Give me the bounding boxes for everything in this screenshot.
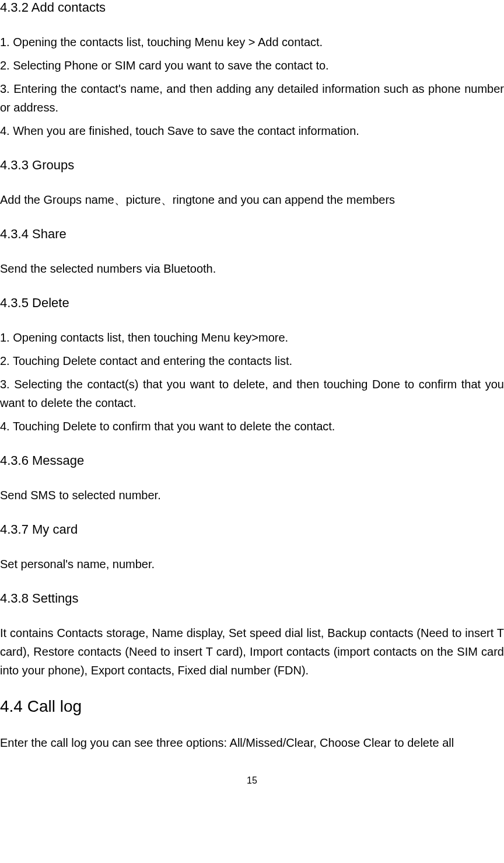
settings-body: It contains Contacts storage, Name displ… — [0, 624, 504, 680]
delete-body: 1. Opening contacts list, then touching … — [0, 328, 504, 436]
heading-share: 4.3.4 Share — [0, 227, 504, 242]
add-contacts-body: 1. Opening the contacts list, touching M… — [0, 33, 504, 140]
document-page: 4.3.2 Add contacts 1. Opening the contac… — [0, 0, 504, 809]
heading-add-contacts: 4.3.2 Add contacts — [0, 0, 504, 15]
step-text: 2. Touching Delete contact and entering … — [0, 352, 504, 370]
share-body: Send the selected numbers via Bluetooth. — [0, 259, 504, 278]
call-log-body: Enter the call log you can see three opt… — [0, 733, 504, 752]
my-card-body: Set personal's name, number. — [0, 555, 504, 573]
heading-call-log: 4.4 Call log — [0, 697, 504, 716]
step-text: 2. Selecting Phone or SIM card you want … — [0, 56, 504, 75]
step-text: 4. When you are finished, touch Save to … — [0, 121, 504, 140]
heading-my-card: 4.3.7 My card — [0, 522, 504, 537]
page-number: 15 — [0, 775, 504, 786]
step-text: 3. Entering the contact's name, and then… — [0, 79, 504, 117]
heading-groups: 4.3.3 Groups — [0, 158, 504, 173]
step-text: 1. Opening contacts list, then touching … — [0, 328, 504, 347]
step-text: 3. Selecting the contact(s) that you wan… — [0, 375, 504, 412]
groups-body: Add the Groups name、picture、ringtone and… — [0, 190, 504, 209]
step-text: 1. Opening the contacts list, touching M… — [0, 33, 504, 51]
message-body: Send SMS to selected number. — [0, 486, 504, 504]
step-text: 4. Touching Delete to confirm that you w… — [0, 417, 504, 436]
heading-settings: 4.3.8 Settings — [0, 591, 504, 606]
heading-delete: 4.3.5 Delete — [0, 295, 504, 311]
heading-message: 4.3.6 Message — [0, 453, 504, 468]
